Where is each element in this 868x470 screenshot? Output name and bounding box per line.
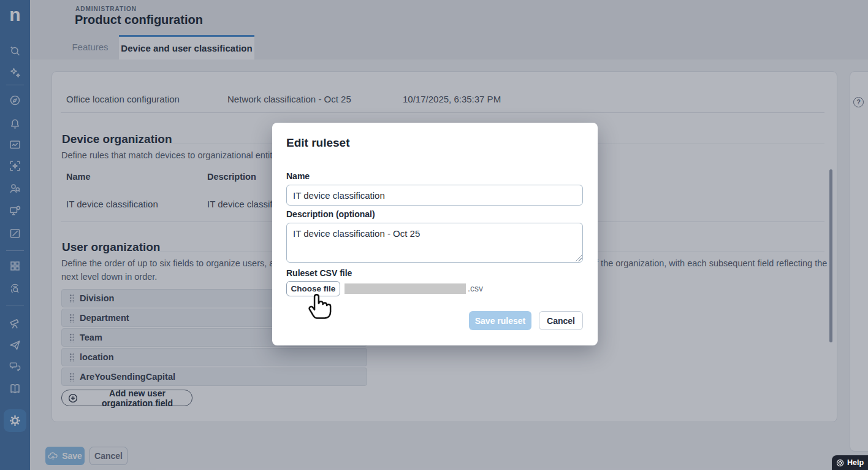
file-suffix-label: .csv: [468, 283, 483, 293]
modal-cancel-button[interactable]: Cancel: [539, 311, 583, 330]
help-badge-label: Help: [847, 458, 864, 467]
description-label: Description (optional): [286, 209, 375, 219]
help-badge[interactable]: Help: [832, 455, 868, 470]
save-ruleset-button[interactable]: Save ruleset: [469, 311, 531, 330]
choose-file-button[interactable]: Choose file: [286, 281, 340, 296]
ruleset-description-textarea[interactable]: IT device classification - Oct 25: [286, 223, 583, 263]
name-label: Name: [286, 171, 310, 181]
edit-ruleset-modal: Edit ruleset Name Description (optional)…: [272, 123, 598, 345]
app-viewport: n: [0, 0, 868, 470]
redacted-filename: [345, 283, 466, 294]
ruleset-csv-label: Ruleset CSV file: [286, 268, 352, 278]
lifebuoy-icon: [836, 459, 844, 467]
ruleset-name-input[interactable]: [286, 185, 583, 206]
modal-title: Edit ruleset: [286, 136, 349, 150]
